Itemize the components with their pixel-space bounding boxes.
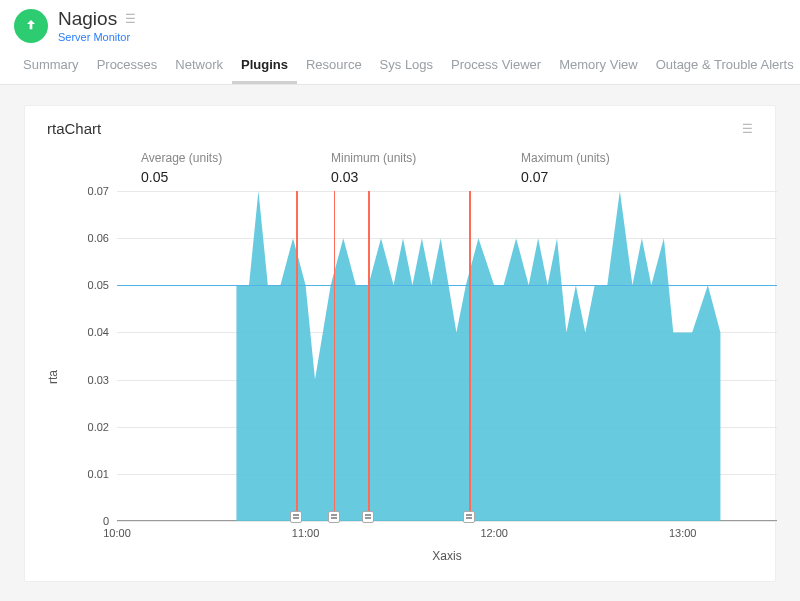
stat-value: 0.07 — [521, 169, 711, 185]
area-series — [117, 191, 777, 521]
x-tick: 13:00 — [669, 527, 697, 539]
stat-label: Minimum (units) — [331, 151, 521, 165]
tab-memory-view[interactable]: Memory View — [550, 47, 647, 84]
subtitle-link[interactable]: Server Monitor — [58, 31, 136, 43]
event-marker[interactable] — [469, 191, 471, 521]
event-marker[interactable] — [334, 191, 336, 521]
stat-minimum: Minimum (units) 0.03 — [331, 151, 521, 185]
x-tick: 12:00 — [480, 527, 508, 539]
title-menu-icon[interactable]: ☰ — [125, 12, 136, 26]
stat-value: 0.03 — [331, 169, 521, 185]
tab-process-viewer[interactable]: Process Viewer — [442, 47, 550, 84]
avatar — [14, 9, 48, 43]
event-marker[interactable] — [296, 191, 298, 521]
stat-label: Average (units) — [141, 151, 331, 165]
tab-plugins[interactable]: Plugins — [232, 47, 297, 84]
y-tick: 0.06 — [88, 232, 109, 244]
stat-maximum: Maximum (units) 0.07 — [521, 151, 711, 185]
tab-bar: Summary Processes Network Plugins Resour… — [0, 47, 800, 85]
y-tick: 0.07 — [88, 185, 109, 197]
y-axis-label: rta — [46, 370, 60, 384]
y-tick: 0.04 — [88, 326, 109, 338]
stats-row: Average (units) 0.05 Minimum (units) 0.0… — [141, 151, 753, 185]
tab-summary[interactable]: Summary — [14, 47, 88, 84]
tab-outage-alerts[interactable]: Outage & Trouble Alerts — [647, 47, 800, 84]
chart-wrap: rta 00.010.020.030.040.050.060.0710:0011… — [71, 191, 753, 563]
page-title: Nagios — [58, 8, 117, 30]
tab-syslogs[interactable]: Sys Logs — [371, 47, 442, 84]
x-axis-label: Xaxis — [117, 549, 777, 563]
stat-label: Maximum (units) — [521, 151, 711, 165]
chart-plot[interactable]: 00.010.020.030.040.050.060.0710:0011:001… — [117, 191, 777, 521]
y-tick: 0.01 — [88, 468, 109, 480]
upload-icon — [23, 18, 39, 34]
page-header: Nagios ☰ Server Monitor — [0, 0, 800, 47]
y-tick: 0.05 — [88, 279, 109, 291]
x-tick: 10:00 — [103, 527, 131, 539]
card-menu-icon[interactable]: ☰ — [742, 122, 753, 136]
tab-network[interactable]: Network — [166, 47, 232, 84]
title-block: Nagios ☰ Server Monitor — [58, 8, 136, 43]
tab-processes[interactable]: Processes — [88, 47, 167, 84]
y-tick: 0.02 — [88, 421, 109, 433]
grid-line — [117, 521, 777, 522]
threshold-line — [117, 285, 777, 286]
chart-card: rtaChart ☰ Average (units) 0.05 Minimum … — [24, 105, 776, 582]
stat-value: 0.05 — [141, 169, 331, 185]
stat-average: Average (units) 0.05 — [141, 151, 331, 185]
y-tick: 0 — [103, 515, 109, 527]
tab-resource[interactable]: Resource — [297, 47, 371, 84]
x-tick: 11:00 — [292, 527, 320, 539]
content-area: rtaChart ☰ Average (units) 0.05 Minimum … — [0, 85, 800, 601]
event-marker[interactable] — [368, 191, 370, 521]
card-title: rtaChart — [47, 120, 101, 137]
y-tick: 0.03 — [88, 374, 109, 386]
